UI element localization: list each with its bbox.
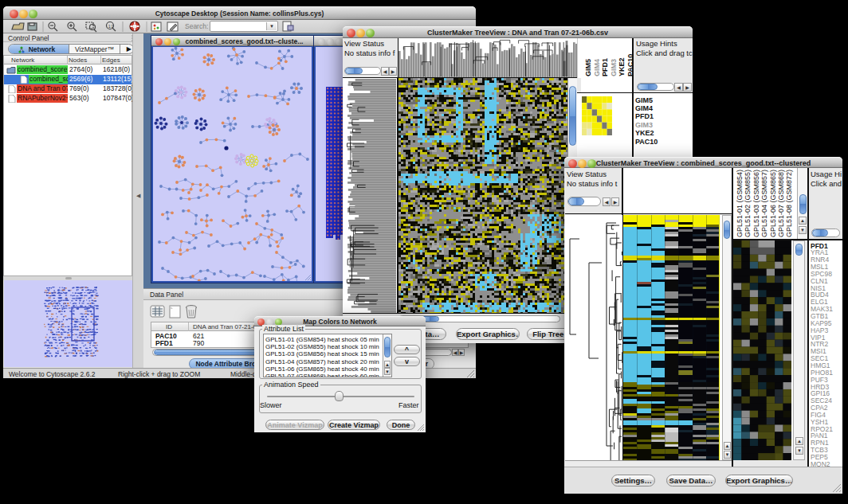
svg-text:GPL51-06 (GSM865): GPL51-06 (GSM865) — [769, 170, 777, 237]
svg-text:PFD1: PFD1 — [601, 58, 609, 76]
svg-text:GPL51-02 (GSM855): GPL51-02 (GSM855) — [744, 170, 752, 237]
svg-text:GPL51-01 (GSM854): GPL51-01 (GSM854) — [736, 170, 744, 237]
svg-text:GIM5: GIM5 — [584, 59, 592, 76]
svg-text:YKE2: YKE2 — [618, 57, 626, 76]
svg-text:GIM4: GIM4 — [593, 59, 601, 76]
svg-text:GIM3: GIM3 — [610, 59, 618, 76]
svg-text:PAC10: PAC10 — [626, 54, 632, 76]
svg-text:GPL51-04 (GSM857): GPL51-04 (GSM857) — [760, 170, 768, 237]
svg-text:Search:: Search: — [185, 22, 208, 30]
svg-text:GPL51-08 (GSM872): GPL51-08 (GSM872) — [785, 170, 793, 237]
svg-text:GPL51-07 (GSM868): GPL51-07 (GSM868) — [777, 170, 785, 237]
svg-text:1:1: 1:1 — [108, 25, 114, 29]
svg-text:GPL51-03 (GSM856): GPL51-03 (GSM856) — [752, 170, 760, 237]
